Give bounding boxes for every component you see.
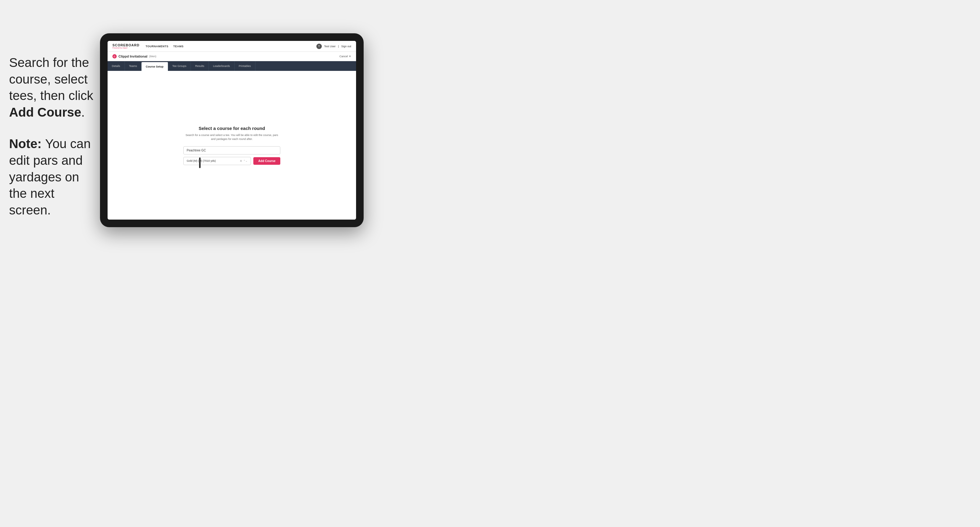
tournament-name: Clippd Invitational [118, 54, 147, 58]
course-search-input[interactable] [183, 146, 280, 154]
panel-title: Select a course for each round [183, 126, 280, 131]
logo-title: SCOREBOARD [113, 44, 139, 47]
tablet-device: SCOREBOARD Powered by clippd TOURNAMENTS… [100, 33, 364, 227]
tournament-title-area: C Clippd Invitational (Men) [113, 54, 156, 59]
tee-select-row: Gold (M) (M) (7010 yds) ✕ ⌃⌄ Add Course [183, 157, 280, 165]
tab-details[interactable]: Details [108, 61, 125, 71]
panel-description: Search for a course and select a tee. Yo… [183, 133, 280, 141]
tab-bar: Details Teams Course Setup Tee Groups Re… [108, 61, 356, 71]
tablet-screen: SCOREBOARD Powered by clippd TOURNAMENTS… [108, 41, 356, 220]
tee-select-controls: ✕ ⌃⌄ [240, 159, 248, 163]
tournament-header: C Clippd Invitational (Men) Cancel ✕ [108, 52, 356, 61]
tee-clear-button[interactable]: ✕ [240, 159, 242, 163]
cancel-icon: ✕ [349, 55, 351, 58]
logo-sub: Powered by clippd [113, 47, 139, 49]
tab-printables[interactable]: Printables [235, 61, 255, 71]
tournament-icon: C [113, 54, 117, 59]
tablet-side-button [199, 157, 200, 168]
user-avatar: T [317, 44, 322, 49]
nav-tournaments[interactable]: TOURNAMENTS [145, 45, 168, 48]
tee-select[interactable]: Gold (M) (M) (7010 yds) ✕ ⌃⌄ [183, 157, 251, 165]
cancel-button[interactable]: Cancel ✕ [339, 55, 351, 58]
tee-arrows-icon[interactable]: ⌃⌄ [243, 160, 248, 162]
main-content: Select a course for each round Search fo… [108, 71, 356, 220]
annotation-text: Search for the course, select tees, then… [9, 54, 97, 121]
nav-teams[interactable]: TEAMS [173, 45, 184, 48]
logo-area: SCOREBOARD Powered by clippd [113, 44, 139, 49]
tab-course-setup[interactable]: Course Setup [142, 62, 168, 71]
top-nav: SCOREBOARD Powered by clippd TOURNAMENTS… [108, 41, 356, 52]
annotation-bold: Add Course [9, 105, 81, 119]
separator: | [338, 45, 339, 48]
tab-results[interactable]: Results [191, 61, 209, 71]
tab-teams[interactable]: Teams [125, 61, 142, 71]
course-setup-panel: Select a course for each round Search fo… [183, 126, 280, 165]
sign-out-link[interactable]: Sign out [341, 45, 351, 48]
tee-select-value: Gold (M) (M) (7010 yds) [187, 159, 216, 162]
tab-leaderboards[interactable]: Leaderboards [209, 61, 235, 71]
user-label: Test User [324, 45, 336, 48]
tournament-gender: (Men) [149, 55, 156, 58]
note-label: Note: [9, 137, 45, 151]
tab-tee-groups[interactable]: Tee Groups [168, 61, 191, 71]
user-area: T Test User | Sign out [317, 44, 351, 49]
annotation-area: Search for the course, select tees, then… [9, 54, 97, 218]
nav-links: TOURNAMENTS TEAMS [145, 45, 316, 48]
add-course-button[interactable]: Add Course [253, 157, 280, 165]
annotation-note: Note: You can edit pars and yardages on … [9, 136, 97, 218]
